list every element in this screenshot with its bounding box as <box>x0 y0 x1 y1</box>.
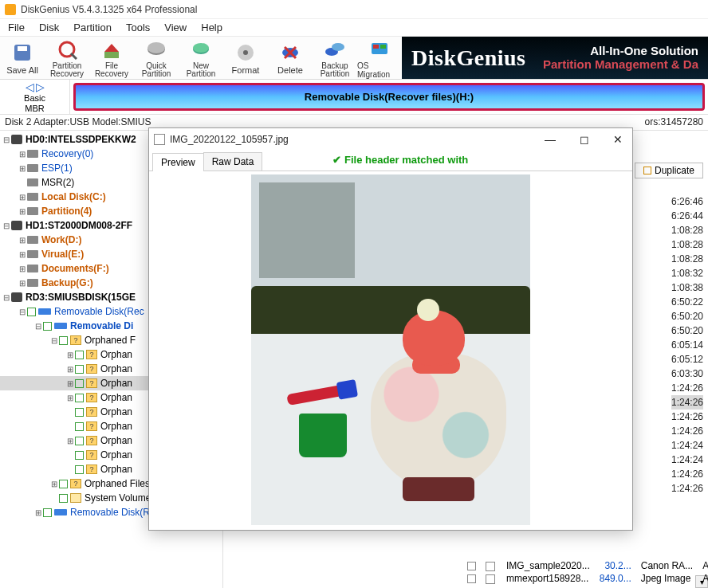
unknown-folder-icon: ? <box>86 450 97 460</box>
next-disk-icon[interactable]: ▷ <box>36 80 45 93</box>
expand-icon[interactable]: ⊞ <box>18 236 27 245</box>
expand-icon[interactable]: ⊞ <box>18 250 27 259</box>
expand-icon[interactable]: ⊞ <box>18 265 27 273</box>
tool-quick-partition[interactable]: Quick Partition <box>134 37 179 79</box>
tool-format[interactable]: Format <box>223 37 268 79</box>
collapse-icon[interactable]: ⊟ <box>2 135 11 144</box>
unknown-folder-icon: ? <box>86 465 97 474</box>
new-partition-icon <box>190 38 212 61</box>
collapse-icon[interactable]: ⊟ <box>33 322 43 331</box>
checkbox[interactable] <box>75 422 84 431</box>
tool-file-recovery[interactable]: File Recovery <box>89 37 134 79</box>
expand-icon[interactable]: ⊞ <box>33 508 43 517</box>
disk-strip: ◁ ▷ BasicMBR Removable Disk(Recover file… <box>0 80 708 115</box>
tool-partition-recovery[interactable]: Partition Recovery <box>45 37 89 79</box>
checkbox[interactable] <box>75 465 84 474</box>
checkbox[interactable] <box>75 394 84 402</box>
collapse-icon[interactable]: ⊟ <box>2 221 11 230</box>
expand-icon[interactable]: ⊞ <box>18 193 27 202</box>
partition-icon <box>27 236 38 244</box>
tab-raw-data[interactable]: Raw Data <box>203 152 263 171</box>
checkbox[interactable] <box>59 494 68 503</box>
expand-icon[interactable]: ⊞ <box>18 207 27 216</box>
file-row[interactable]: mmexport158928... 849.0... Jpeg Image A … <box>462 572 708 585</box>
tool-label: Backup Partition <box>313 62 357 78</box>
file-time-cell[interactable]: 1:08:32 <box>671 266 703 280</box>
partition-map[interactable]: Removable Disk(Recover files)(H:) <box>73 83 705 111</box>
file-time-cell[interactable]: 6:50:20 <box>671 309 703 323</box>
expand-icon[interactable]: ⊞ <box>65 379 75 388</box>
duplicate-button[interactable]: Duplicate <box>635 163 703 178</box>
unknown-folder-icon: ? <box>86 436 97 445</box>
expand-icon[interactable]: ⊞ <box>49 480 59 488</box>
tool-save-all[interactable]: Save All <box>0 37 45 79</box>
collapse-icon[interactable]: ⊟ <box>18 308 27 316</box>
checkbox[interactable] <box>27 308 36 316</box>
menu-disk[interactable]: Disk <box>39 22 59 33</box>
file-time-cell[interactable]: 1:08:38 <box>671 280 703 295</box>
checkbox[interactable] <box>75 408 84 417</box>
tool-os-migration[interactable]: OS Migration <box>357 37 402 79</box>
file-time-cell[interactable]: 1:24:26 <box>671 481 703 496</box>
checkbox[interactable] <box>75 451 84 460</box>
preview-titlebar[interactable]: IMG_20220122_105957.jpg — ◻ ✕ <box>149 128 632 151</box>
checkbox[interactable] <box>43 322 52 331</box>
expand-icon[interactable]: ⊞ <box>65 351 75 359</box>
file-time-cell[interactable]: 1:24:26 <box>671 424 703 438</box>
file-time-cell[interactable]: 6:05:12 <box>671 352 703 367</box>
expand-icon[interactable]: ⊞ <box>18 279 27 288</box>
file-time-cell[interactable]: 1:24:26 <box>671 381 703 395</box>
expand-icon[interactable]: ⊞ <box>18 164 27 173</box>
checkbox[interactable] <box>467 574 476 583</box>
menu-help[interactable]: Help <box>201 22 222 33</box>
checkbox[interactable] <box>75 379 84 388</box>
menu-partition[interactable]: Partition <box>73 22 112 33</box>
file-time-cell[interactable]: 1:24:24 <box>671 453 703 467</box>
file-time-cell[interactable]: 6:50:22 <box>671 295 703 309</box>
file-time-cell[interactable]: 1:24:24 <box>671 438 703 453</box>
tool-backup-partition[interactable]: Backup Partition <box>313 37 357 79</box>
tab-preview[interactable]: Preview <box>152 153 204 171</box>
file-time-cell[interactable]: 1:08:28 <box>671 252 703 266</box>
checkbox[interactable] <box>467 562 476 570</box>
menu-file[interactable]: File <box>8 22 25 33</box>
expand-icon[interactable]: ⊞ <box>65 365 75 374</box>
checkbox[interactable] <box>75 437 84 445</box>
file-time-cell[interactable]: 6:26:44 <box>671 209 703 223</box>
expand-icon[interactable]: ⊞ <box>65 394 75 402</box>
file-time-cell[interactable]: 1:08:28 <box>671 223 703 237</box>
collapse-icon[interactable]: ⊟ <box>2 293 11 302</box>
menu-tools[interactable]: Tools <box>126 22 150 33</box>
file-time-cell[interactable]: 6:50:20 <box>671 323 703 338</box>
tool-new-partition[interactable]: New Partition <box>179 37 223 79</box>
save-all-icon <box>11 41 33 64</box>
partition-map-label: Removable Disk(Recover files)(H:) <box>305 91 474 103</box>
file-time-cell[interactable]: 1:24:26 <box>671 410 703 424</box>
file-time-cell[interactable]: 1:24:26 <box>671 395 703 410</box>
minimize-button[interactable]: — <box>540 131 560 147</box>
checkbox[interactable] <box>59 336 68 345</box>
tool-label: Partition Recovery <box>45 62 89 78</box>
svg-rect-1 <box>18 46 27 51</box>
file-row[interactable]: IMG_sample2020... 30.2... Canon RA... A … <box>462 559 708 572</box>
file-time-cell[interactable]: 6:05:14 <box>671 338 703 352</box>
expand-icon[interactable]: ⊞ <box>18 150 27 159</box>
expand-icon[interactable]: ⊞ <box>65 437 75 445</box>
prev-disk-icon[interactable]: ◁ <box>26 80 34 93</box>
checkbox[interactable] <box>43 508 52 517</box>
file-time-cell[interactable]: 1:08:28 <box>671 237 703 252</box>
partition-icon <box>27 164 38 172</box>
brand-tagline-1: All-In-One Solution <box>543 45 698 58</box>
checkbox[interactable] <box>75 365 84 374</box>
file-time-cell[interactable]: 6:03:30 <box>671 367 703 381</box>
file-time-cell[interactable]: 1:24:26 <box>671 467 703 481</box>
file-time-cell[interactable]: 6:26:46 <box>671 194 703 209</box>
checkbox[interactable] <box>59 480 68 488</box>
close-button[interactable]: ✕ <box>608 131 627 147</box>
menu-view[interactable]: View <box>164 22 187 33</box>
collapse-icon[interactable]: ⊟ <box>49 336 59 345</box>
maximize-button[interactable]: ◻ <box>575 131 594 147</box>
tool-delete[interactable]: Delete <box>268 37 313 79</box>
checkbox[interactable] <box>75 351 84 359</box>
svg-point-16 <box>332 43 344 51</box>
